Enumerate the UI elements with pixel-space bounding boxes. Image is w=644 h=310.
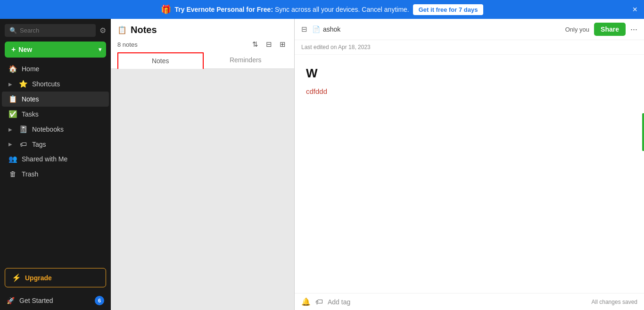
sidebar-item-shared[interactable]: 👥 Shared with Me	[2, 151, 109, 167]
sidebar-item-notebooks[interactable]: ▶ 📓 Notebooks	[2, 122, 109, 137]
chevron-down-icon: ▾	[99, 46, 101, 53]
only-you-label: Only you	[565, 26, 589, 33]
layout-button[interactable]: ⊞	[278, 39, 288, 50]
sidebar-item-label: Notes	[22, 95, 39, 103]
note-file-icon: 📄	[312, 25, 320, 33]
notes-panel: 📋 Notes 8 notes ⇅ ⊟ ⊞ Notes Reminders	[111, 19, 295, 310]
sidebar-item-label: Tasks	[22, 110, 39, 118]
notes-panel-header: 📋 Notes 8 notes ⇅ ⊟ ⊞ Notes Reminders	[111, 19, 294, 69]
filter-button[interactable]: ⊟	[264, 39, 274, 50]
sidebar-item-label: Shared with Me	[22, 155, 67, 163]
note-heading: W	[306, 66, 633, 81]
get-started-badge: 6	[95, 296, 104, 305]
sidebar-item-label: Tags	[32, 141, 46, 148]
upgrade-button[interactable]: ⚡ Upgrade	[5, 268, 106, 287]
upgrade-icon: ⚡	[12, 273, 21, 282]
notes-tabs: Notes Reminders	[117, 52, 288, 68]
get-started-item[interactable]: 🚀 Get Started 6	[0, 291, 111, 310]
star-icon: ⭐	[19, 80, 27, 88]
scroll-accent	[642, 113, 644, 151]
add-tag-label[interactable]: Add tag	[328, 298, 350, 306]
expand-editor-button[interactable]: ⊟	[301, 25, 307, 34]
notebooks-icon: 📓	[19, 125, 27, 134]
gift-icon: 🎁	[161, 4, 171, 15]
shared-icon: 👥	[8, 155, 17, 163]
rocket-icon: 🚀	[7, 297, 15, 304]
sidebar-item-notes[interactable]: 📋 Notes	[2, 92, 109, 107]
note-author: ashok	[323, 25, 340, 33]
all-changes-saved: All changes saved	[592, 299, 637, 305]
editor-panel: ⊟ 📄 ashok Only you Share ··· Last edited…	[295, 19, 644, 310]
sidebar-item-label: Shortcuts	[32, 80, 60, 88]
home-icon: 🏠	[8, 65, 17, 73]
sidebar-item-label: Trash	[22, 170, 38, 178]
note-date: Last edited on Apr 18, 2023	[295, 40, 644, 55]
sidebar: 🔍 ⚙ + New ▾ 🏠 Home ▶ ⭐ Shortcuts 📋 Notes	[0, 19, 111, 310]
new-note-button[interactable]: + New ▾	[5, 42, 106, 58]
expand-arrow-icon: ▶	[8, 142, 12, 147]
toolbar-right: Only you Share ···	[565, 23, 637, 36]
sidebar-item-label: Home	[22, 65, 39, 73]
more-options-button[interactable]: ···	[630, 25, 637, 34]
notes-panel-title: Notes	[131, 25, 157, 35]
add-tag-button[interactable]: 🏷	[315, 298, 323, 306]
get-it-free-button[interactable]: Get it free for 7 days	[413, 4, 484, 15]
search-icon: 🔍	[9, 27, 17, 34]
reminder-bell-button[interactable]: 🔔	[301, 297, 311, 306]
tab-reminders[interactable]: Reminders	[204, 52, 288, 68]
note-author-meta: 📄 ashok	[312, 25, 340, 33]
expand-arrow-icon: ▶	[8, 127, 12, 132]
settings-gear-button[interactable]: ⚙	[99, 26, 106, 35]
sidebar-top-bar: 🔍 ⚙	[0, 19, 111, 42]
sidebar-item-trash[interactable]: 🗑 Trash	[2, 167, 109, 181]
promo-prefix: Try Evernote Personal for Free: Sync acr…	[175, 6, 409, 13]
note-body: cdfddd	[306, 87, 633, 95]
share-button[interactable]: Share	[594, 23, 626, 36]
notes-panel-icon: 📋	[117, 25, 127, 34]
tasks-icon: ✅	[8, 110, 17, 118]
sidebar-item-home[interactable]: 🏠 Home	[2, 61, 109, 76]
get-started-label: Get Started	[19, 297, 53, 304]
banner-close-button[interactable]: ×	[632, 5, 637, 14]
promo-banner: 🎁 Try Evernote Personal for Free: Sync a…	[0, 0, 644, 19]
sidebar-nav: 🏠 Home ▶ ⭐ Shortcuts 📋 Notes ✅ Tasks ▶ 📓…	[0, 61, 111, 181]
notes-icon: 📋	[8, 95, 17, 103]
expand-arrow-icon: ▶	[8, 82, 12, 87]
sidebar-item-label: Notebooks	[32, 126, 64, 133]
sidebar-item-tags[interactable]: ▶ 🏷 Tags	[2, 137, 109, 151]
tab-notes[interactable]: Notes	[117, 52, 204, 69]
editor-toolbar: ⊟ 📄 ashok Only you Share ···	[295, 19, 644, 40]
search-box[interactable]: 🔍	[5, 24, 96, 37]
tag-icon: 🏷	[19, 140, 27, 148]
notes-actions: ⇅ ⊟ ⊞	[250, 39, 288, 50]
sidebar-item-tasks[interactable]: ✅ Tasks	[2, 107, 109, 122]
plus-icon: +	[11, 45, 16, 54]
notes-list	[111, 69, 294, 310]
sidebar-item-shortcuts[interactable]: ▶ ⭐ Shortcuts	[2, 76, 109, 92]
sort-button[interactable]: ⇅	[250, 39, 260, 50]
notes-count: 8 notes	[117, 41, 138, 48]
editor-footer: 🔔 🏷 Add tag All changes saved	[295, 293, 644, 310]
editor-content[interactable]: W cdfddd	[295, 55, 644, 293]
trash-icon: 🗑	[8, 170, 17, 178]
search-input[interactable]	[20, 27, 91, 34]
